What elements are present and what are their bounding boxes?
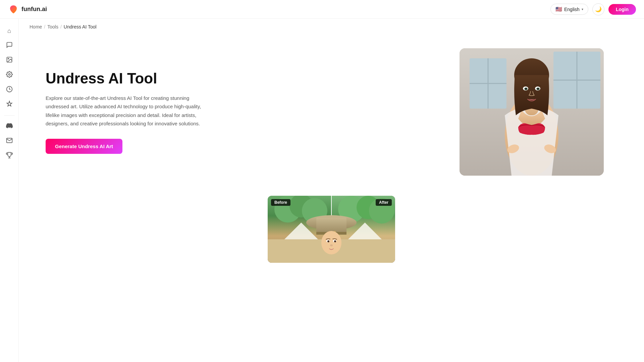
sidebar: ⌂ xyxy=(0,19,19,362)
hero-section: Undress AI Tool Explore our state-of-the… xyxy=(19,35,644,189)
lang-label: English xyxy=(564,7,580,12)
hero-text: Undress AI Tool Explore our state-of-the… xyxy=(46,70,213,154)
layout: ⌂ xyxy=(0,19,644,362)
sidebar-item-discord[interactable] xyxy=(3,120,16,133)
svg-point-42 xyxy=(334,240,336,242)
brand-name: funfun.ai xyxy=(21,6,47,13)
svg-point-20 xyxy=(525,88,527,90)
svg-point-21 xyxy=(537,88,539,90)
moon-icon: 🌙 xyxy=(595,6,602,12)
before-after-container: Before After xyxy=(268,196,395,263)
home-icon: ⌂ xyxy=(7,27,11,35)
activity-icon xyxy=(6,86,13,94)
svg-point-43 xyxy=(330,244,333,246)
login-button[interactable]: Login xyxy=(608,4,636,15)
top-navigation: funfun.ai 🇺🇸 English ▾ 🌙 Login xyxy=(0,0,644,19)
sidebar-item-mail[interactable] xyxy=(3,134,16,148)
sidebar-item-magic[interactable] xyxy=(3,98,16,111)
sidebar-item-trophy[interactable] xyxy=(3,149,16,163)
discord-icon xyxy=(6,122,13,131)
theme-toggle-button[interactable]: 🌙 xyxy=(592,3,604,15)
breadcrumb-sep-1: / xyxy=(44,24,45,29)
hero-description: Explore our state-of-the-art Undress AI … xyxy=(46,94,213,128)
sidebar-item-image[interactable] xyxy=(3,54,16,67)
logo-icon xyxy=(8,4,19,15)
sidebar-item-chat[interactable] xyxy=(3,39,16,52)
trophy-icon xyxy=(6,152,13,160)
generate-button[interactable]: Generate Undress AI Art xyxy=(46,139,122,154)
logo-area[interactable]: funfun.ai xyxy=(8,4,47,15)
main-content: Home / Tools / Undress AI Tool Undress A… xyxy=(19,19,644,362)
magic-icon xyxy=(6,101,13,109)
gear-icon xyxy=(6,71,13,79)
svg-point-1 xyxy=(8,58,8,59)
svg-point-2 xyxy=(8,73,10,75)
breadcrumb-home[interactable]: Home xyxy=(30,24,42,29)
sidebar-divider xyxy=(4,115,15,116)
sidebar-item-settings[interactable] xyxy=(3,68,16,82)
hero-title: Undress AI Tool xyxy=(46,70,213,87)
before-after-section: Before After xyxy=(19,189,644,263)
mail-icon xyxy=(6,137,13,145)
breadcrumb-sep-2: / xyxy=(60,24,62,29)
language-selector[interactable]: 🇺🇸 English ▾ xyxy=(550,4,588,15)
sidebar-item-activity[interactable] xyxy=(3,83,16,97)
chevron-down-icon: ▾ xyxy=(582,7,583,11)
before-label: Before xyxy=(271,199,290,206)
svg-point-41 xyxy=(327,240,329,242)
image-icon xyxy=(6,56,13,65)
hero-image-svg xyxy=(460,48,604,176)
breadcrumb: Home / Tools / Undress AI Tool xyxy=(19,19,644,35)
breadcrumb-current: Undress AI Tool xyxy=(64,24,97,29)
breadcrumb-tools[interactable]: Tools xyxy=(47,24,58,29)
nav-right: 🇺🇸 English ▾ 🌙 Login xyxy=(550,3,636,15)
chat-icon xyxy=(6,42,13,50)
hero-image xyxy=(460,48,604,176)
flag-icon: 🇺🇸 xyxy=(555,6,562,12)
after-label: After xyxy=(376,199,392,206)
sidebar-item-home[interactable]: ⌂ xyxy=(3,24,16,38)
svg-point-38 xyxy=(321,231,341,254)
